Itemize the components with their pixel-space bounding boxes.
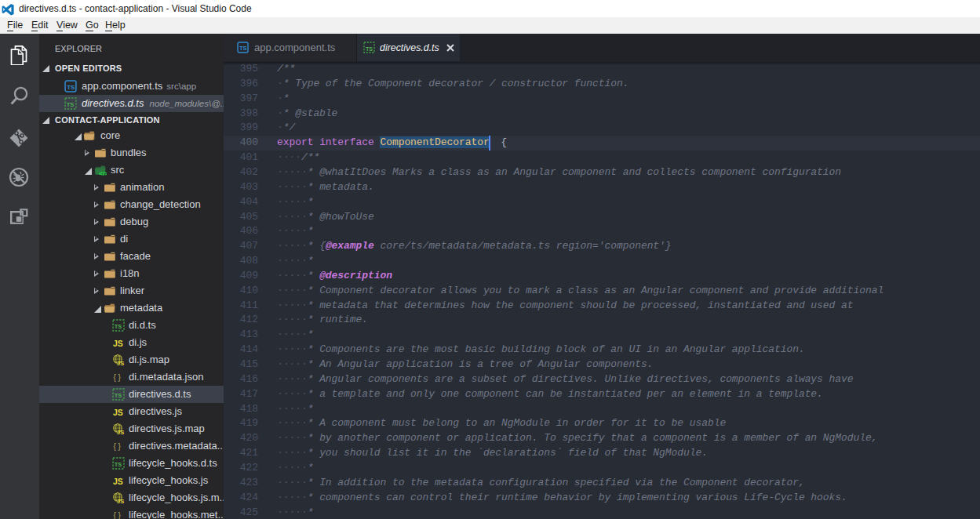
svg-text:TS: TS — [67, 84, 75, 91]
svg-text:JS: JS — [117, 429, 124, 436]
svg-text:{ }: { } — [114, 442, 122, 451]
svg-text:TS: TS — [366, 46, 373, 52]
svg-text:{ }: { } — [114, 373, 122, 382]
svg-text:JS: JS — [113, 477, 123, 486]
svg-text:TS: TS — [115, 392, 122, 399]
svg-text:JS: JS — [117, 360, 124, 367]
svg-text:TS: TS — [67, 101, 75, 108]
svg-text:{ }: { } — [114, 511, 122, 519]
svg-text:TS: TS — [115, 323, 122, 330]
svg-text:TS: TS — [239, 45, 247, 52]
svg-text:JS: JS — [117, 498, 124, 505]
svg-text:JS: JS — [113, 408, 123, 417]
svg-text:JS: JS — [113, 339, 123, 348]
svg-text:</>: </> — [99, 170, 107, 176]
svg-text:TS: TS — [115, 461, 122, 468]
